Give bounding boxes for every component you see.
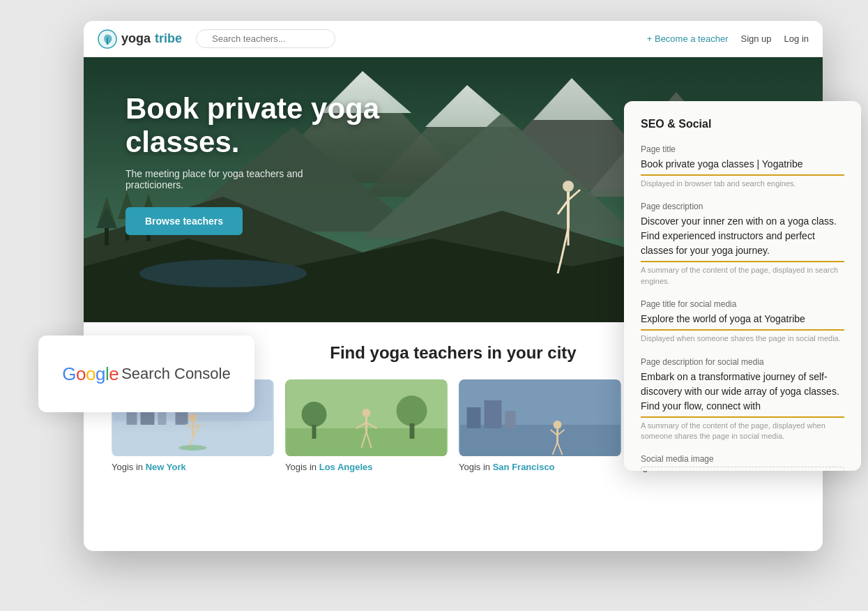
- city-name-los-angeles[interactable]: Los Angeles: [319, 462, 373, 472]
- hero-content: Book private yoga classes. The meeting p…: [125, 92, 390, 235]
- svg-point-22: [139, 259, 307, 287]
- city-img-los-angeles: [285, 379, 448, 456]
- seo-hint-social-description: A summary of the content of the page, di…: [641, 421, 844, 442]
- svg-rect-58: [485, 400, 502, 428]
- nav-right: + Become a teacher Sign up Log in: [647, 33, 809, 44]
- seo-label-social-image: Social media image: [641, 454, 844, 464]
- google-search-console-logo: Google Search Console: [62, 363, 230, 385]
- svg-rect-48: [410, 423, 415, 439]
- city-label-los-angeles: Yogis in Los Angeles: [285, 462, 448, 472]
- logo: yogatribe: [98, 29, 182, 49]
- logo-tribe: tribe: [155, 31, 182, 46]
- seo-value-social-description[interactable]: Embark on a transformative journey of se…: [641, 370, 844, 418]
- search-console-text: Search Console: [121, 365, 231, 383]
- seo-field-social-title: Page title for social media Explore the …: [641, 299, 844, 344]
- search-input[interactable]: [212, 33, 329, 44]
- become-teacher-link[interactable]: + Become a teacher: [647, 33, 729, 44]
- seo-hint-page-description: A summary of the content of the page, di…: [641, 265, 844, 287]
- sf-scene: [459, 379, 621, 456]
- svg-point-36: [189, 414, 197, 422]
- city-name-new-york[interactable]: New York: [146, 462, 186, 472]
- seo-hint-social-title: Displayed when someone shares the page i…: [641, 333, 844, 344]
- seo-value-page-description[interactable]: Discover your inner zen with on a yoga c…: [641, 214, 844, 262]
- city-label-new-york: Yogis in New York: [112, 462, 274, 472]
- logo-yoga: yoga: [121, 31, 151, 46]
- google-logo-text: Google: [62, 363, 119, 385]
- g-letter-yellow: o: [86, 363, 96, 384]
- search-bar[interactable]: [196, 29, 335, 48]
- city-name-san-francisco[interactable]: San Francisco: [493, 462, 555, 472]
- google-search-console-card: Google Search Console: [38, 335, 254, 412]
- g-letter-red2: e: [109, 363, 119, 384]
- navbar: yogatribe + Become a teacher Sign up Log…: [84, 21, 823, 57]
- svg-line-29: [558, 259, 561, 273]
- svg-point-60: [554, 421, 562, 429]
- seo-field-page-title: Page title Book private yoga classes | Y…: [641, 144, 844, 189]
- g-letter-blue2: g: [96, 363, 105, 384]
- svg-rect-46: [312, 425, 317, 439]
- hero-yoga-figure: [551, 176, 586, 280]
- city-card-los-angeles[interactable]: Yogis in Los Angeles: [285, 379, 448, 472]
- svg-point-42: [179, 445, 207, 451]
- svg-point-23: [563, 181, 574, 192]
- svg-rect-57: [467, 407, 481, 428]
- seo-label-page-title: Page title: [641, 144, 844, 154]
- city-label-san-francisco: Yogis in San Francisco: [459, 462, 621, 472]
- seo-hint-page-title: Displayed in browser tab and search engi…: [641, 179, 844, 189]
- la-scene: [285, 379, 448, 456]
- hero-title: Book private yoga classes.: [125, 92, 390, 160]
- svg-line-25: [558, 200, 568, 214]
- scene: yogatribe + Become a teacher Sign up Log…: [0, 0, 868, 611]
- svg-point-45: [302, 402, 327, 427]
- g-letter-blue: G: [62, 363, 76, 384]
- svg-rect-59: [505, 411, 516, 428]
- seo-field-social-description: Page description for social media Embark…: [641, 357, 844, 442]
- svg-point-47: [397, 395, 427, 426]
- city-card-san-francisco[interactable]: Yogis in San Francisco: [459, 379, 621, 472]
- login-link[interactable]: Log in: [784, 33, 809, 44]
- seo-label-social-title: Page title for social media: [641, 299, 844, 309]
- logo-icon: [98, 29, 117, 49]
- seo-panel: SEO & Social Page title Book private yog…: [624, 101, 861, 471]
- hero-subtitle: The meeting place for yoga teachers and …: [125, 168, 363, 190]
- seo-field-page-description: Page description Discover your inner zen…: [641, 202, 844, 287]
- seo-value-page-title[interactable]: Book private yoga classes | Yogatribe: [641, 157, 844, 176]
- city-img-san-francisco: [459, 379, 621, 456]
- seo-label-page-description: Page description: [641, 202, 844, 211]
- svg-rect-56: [460, 425, 620, 456]
- seo-value-social-title[interactable]: Explore the world of yoga at Yogatribe: [641, 312, 844, 331]
- svg-point-49: [363, 409, 371, 417]
- seo-label-social-description: Page description for social media: [641, 357, 844, 367]
- signup-link[interactable]: Sign up: [740, 33, 771, 44]
- browse-teachers-button[interactable]: Browse teachers: [125, 207, 243, 235]
- seo-panel-title: SEO & Social: [641, 118, 844, 130]
- upload-image-button[interactable]: Upload an image...: [641, 467, 844, 471]
- g-letter-red: o: [76, 363, 86, 384]
- seo-field-social-image: Social media image Upload an image... Di…: [641, 454, 844, 471]
